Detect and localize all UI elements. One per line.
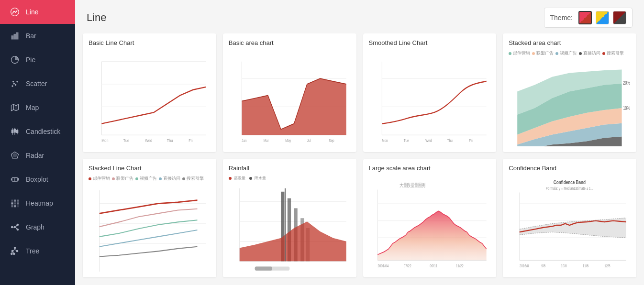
chart-title-stacked-area: Stacked area chart bbox=[509, 39, 631, 46]
chart-smoothed-line[interactable]: Smoothed Line Chart Mon Tue Wed Thu Fri bbox=[363, 33, 497, 152]
theme-red[interactable] bbox=[578, 11, 592, 24]
svg-text:Sep: Sep bbox=[329, 138, 334, 143]
sidebar-item-label: Radar bbox=[26, 152, 44, 159]
svg-rect-28 bbox=[14, 200, 16, 202]
chart-stacked-area[interactable]: Stacked area chart 邮件营销 联盟广告 视频广告 直接访问 搜… bbox=[503, 33, 636, 152]
theme-yellow[interactable] bbox=[596, 11, 609, 24]
sidebar-item-label: Scatter bbox=[26, 80, 47, 88]
svg-rect-29 bbox=[17, 200, 19, 202]
svg-rect-35 bbox=[17, 205, 19, 207]
chart-title-stacked-line: Stacked Line Chart bbox=[89, 164, 211, 172]
stacked-line-legend: 邮件营销 联盟广告 视频广告 直接访问 搜索引擎 bbox=[89, 175, 211, 182]
sidebar: Line Bar Pie Scatter bbox=[0, 0, 75, 285]
sidebar-item-candlestick[interactable]: Candlestick bbox=[0, 120, 75, 143]
svg-rect-3 bbox=[16, 33, 18, 39]
chart-title-rainfall: Rainfall bbox=[229, 164, 351, 172]
chart-title-basic-line: Basic Line Chart bbox=[89, 39, 211, 46]
svg-text:09/11: 09/11 bbox=[430, 263, 437, 268]
chart-confidence-band[interactable]: Confidence Band Confidence Band Formula:… bbox=[503, 159, 636, 277]
chart-body-basic-line: Mon Tue Wed Thu Fri bbox=[89, 50, 211, 146]
svg-text:Wed: Wed bbox=[145, 138, 152, 143]
svg-rect-31 bbox=[14, 202, 16, 204]
sidebar-item-tree[interactable]: Tree bbox=[0, 239, 75, 263]
svg-point-7 bbox=[15, 84, 16, 86]
svg-text:Jan: Jan bbox=[242, 138, 246, 143]
sidebar-item-line[interactable]: Line bbox=[0, 0, 75, 24]
sidebar-item-label: Pie bbox=[26, 56, 35, 64]
svg-text:Mon: Mon bbox=[101, 138, 108, 143]
main-header: Line Theme: bbox=[75, 0, 644, 33]
chart-body-rainfall: 蒸发量 降水量 bbox=[229, 175, 351, 272]
svg-text:2001/04: 2001/04 bbox=[378, 263, 389, 268]
line-icon bbox=[10, 7, 20, 17]
theme-dark[interactable] bbox=[613, 11, 626, 24]
bar-icon bbox=[10, 31, 20, 41]
svg-text:Fri: Fri bbox=[469, 138, 473, 143]
svg-text:Jul: Jul bbox=[307, 138, 311, 143]
chart-body-stacked-line: 邮件营销 联盟广告 视频广告 直接访问 搜索引擎 bbox=[89, 175, 211, 272]
svg-marker-10 bbox=[11, 104, 19, 110]
chart-basic-area[interactable]: Basic area chart Jan Mar May Jul Sep bbox=[223, 33, 356, 152]
heatmap-icon bbox=[10, 198, 20, 208]
svg-rect-30 bbox=[11, 202, 13, 204]
rainfall-legend: 蒸发量 降水量 bbox=[229, 175, 351, 181]
svg-point-6 bbox=[13, 83, 15, 84]
radar-icon bbox=[10, 150, 20, 161]
svg-text:May: May bbox=[285, 138, 291, 143]
svg-text:07/22: 07/22 bbox=[403, 263, 411, 268]
chart-large-scale-area[interactable]: Large scale area chart 大量数据量图例 bbox=[363, 159, 497, 277]
candlestick-icon bbox=[10, 126, 20, 137]
pie-icon bbox=[10, 55, 20, 65]
svg-rect-34 bbox=[14, 205, 16, 207]
theme-label: Theme: bbox=[550, 14, 573, 22]
svg-text:Tue: Tue bbox=[123, 138, 130, 143]
svg-text:Mon: Mon bbox=[382, 138, 388, 143]
chart-basic-line[interactable]: Basic Line Chart Mon Tue Wed Thu Fr bbox=[83, 33, 216, 152]
svg-text:Thu: Thu bbox=[167, 138, 173, 143]
svg-rect-2 bbox=[14, 34, 15, 39]
sidebar-item-label: Graph bbox=[26, 223, 44, 231]
svg-point-43 bbox=[14, 247, 15, 249]
graph-icon bbox=[10, 222, 20, 232]
chart-rainfall[interactable]: Rainfall 蒸发量 降水量 bbox=[223, 159, 356, 277]
svg-text:Formula: y = MedianEstimate ± : Formula: y = MedianEstimate ± 1... bbox=[546, 186, 593, 191]
svg-line-41 bbox=[16, 225, 17, 227]
svg-point-5 bbox=[11, 85, 13, 87]
tree-icon bbox=[10, 246, 20, 256]
svg-point-39 bbox=[14, 226, 15, 228]
sidebar-item-scatter[interactable]: Scatter bbox=[0, 72, 75, 96]
chart-body-basic-area: Jan Mar May Jul Sep bbox=[229, 50, 351, 146]
chart-title-confidence-band: Confidence Band bbox=[509, 164, 631, 172]
svg-text:20%: 20% bbox=[623, 80, 631, 86]
stacked-area-legend: 邮件营销 联盟广告 视频广告 直接访问 搜索引擎 bbox=[509, 50, 631, 56]
scatter-icon bbox=[10, 78, 20, 89]
svg-point-8 bbox=[16, 81, 18, 82]
sidebar-item-bar[interactable]: Bar bbox=[0, 24, 75, 48]
sidebar-item-boxplot[interactable]: Boxplot bbox=[0, 167, 75, 191]
svg-rect-32 bbox=[17, 202, 19, 204]
svg-text:10/8: 10/8 bbox=[561, 263, 566, 268]
sidebar-item-radar[interactable]: Radar bbox=[0, 143, 75, 167]
sidebar-item-label: Bar bbox=[26, 32, 36, 40]
chart-stacked-line[interactable]: Stacked Line Chart 邮件营销 联盟广告 视频广告 直接访问 搜… bbox=[83, 159, 216, 277]
svg-rect-27 bbox=[11, 200, 13, 202]
svg-rect-14 bbox=[11, 130, 13, 133]
svg-text:Mar: Mar bbox=[264, 138, 269, 143]
map-icon bbox=[10, 102, 20, 113]
svg-rect-33 bbox=[11, 205, 13, 207]
sidebar-item-graph[interactable]: Graph bbox=[0, 215, 75, 239]
sidebar-item-map[interactable]: Map bbox=[0, 96, 75, 120]
sidebar-item-heatmap[interactable]: Heatmap bbox=[0, 191, 75, 215]
boxplot-icon bbox=[10, 174, 20, 185]
svg-text:Thu: Thu bbox=[447, 138, 452, 143]
svg-text:Tue: Tue bbox=[403, 138, 409, 143]
chart-body-smoothed-line: Mon Tue Wed Thu Fri bbox=[369, 50, 491, 146]
sidebar-item-pie[interactable]: Pie bbox=[0, 48, 75, 72]
svg-text:2016/8: 2016/8 bbox=[520, 263, 529, 268]
sidebar-item-label: Boxplot bbox=[26, 175, 48, 183]
svg-point-36 bbox=[11, 226, 13, 228]
charts-grid: Basic Line Chart Mon Tue Wed Thu Fr bbox=[75, 33, 644, 285]
svg-text:11/8: 11/8 bbox=[583, 263, 588, 268]
chart-title-smoothed-line: Smoothed Line Chart bbox=[369, 39, 491, 46]
svg-rect-1 bbox=[11, 36, 13, 39]
